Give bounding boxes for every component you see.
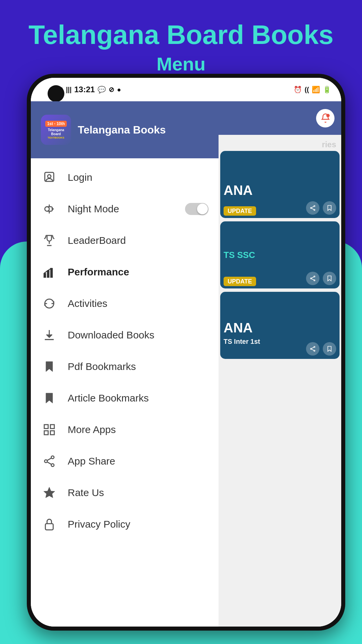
svg-line-23 (312, 208, 314, 209)
menu-item-activities[interactable]: Activities (31, 288, 219, 319)
svg-point-21 (314, 209, 315, 210)
drawer-app-name: Telangana Books (78, 124, 166, 136)
svg-rect-3 (44, 273, 46, 277)
svg-line-28 (312, 279, 314, 280)
card3-text: ANA (224, 320, 253, 335)
card1-badge: UPDATE (224, 206, 256, 216)
person-icon (41, 169, 58, 186)
categories-label: ries (220, 138, 340, 151)
svg-marker-16 (44, 487, 55, 498)
share2-action-icon[interactable] (306, 272, 319, 285)
alarm-icon: ⏰ (294, 86, 302, 94)
svg-line-32 (312, 347, 314, 348)
share-action-icon[interactable] (306, 201, 319, 215)
svg-line-14 (47, 458, 51, 461)
bookmark-icon (41, 358, 58, 375)
svg-point-2 (45, 207, 49, 211)
svg-rect-9 (44, 431, 48, 435)
menu-list: Login (31, 158, 219, 627)
menu-label-privacy-policy: Privacy Policy (68, 519, 208, 530)
signal-bars: ||| (66, 86, 72, 94)
app-logo: 1st - 10th Telangana Board TEXTBOOKS (41, 115, 71, 145)
menu-label-leaderboard: LeaderBoard (68, 235, 208, 246)
svg-rect-7 (44, 425, 48, 429)
svg-point-12 (45, 460, 47, 463)
svg-line-33 (312, 349, 314, 350)
menu-label-more-apps: More Apps (68, 424, 208, 435)
card3-ana-label: ANA (224, 320, 253, 335)
right-panel-content: ries ANA UPDATE (219, 135, 341, 362)
menu-item-app-share[interactable]: App Share (31, 445, 219, 477)
navigation-drawer: 1st - 10th Telangana Board TEXTBOOKS Tel… (31, 101, 219, 627)
card2-actions (306, 272, 336, 285)
menu-item-more-apps[interactable]: More Apps (31, 414, 219, 445)
bookmark2-icon (41, 390, 58, 407)
card-3: ANA TS Inter 1st (220, 292, 340, 359)
drawer-header: 1st - 10th Telangana Board TEXTBOOKS Tel… (31, 101, 219, 158)
night-mode-toggle[interactable] (185, 203, 208, 215)
share3-action-icon[interactable] (306, 342, 319, 356)
svg-point-20 (310, 207, 311, 208)
nfc-icon: (( (305, 86, 309, 94)
card2-badge-area: UPDATE (224, 278, 256, 285)
download-icon (41, 327, 58, 343)
logo-text-line1: Telangana (48, 128, 64, 132)
logo-badge: 1st - 10th (45, 121, 67, 127)
menu-item-login[interactable]: Login (31, 162, 219, 193)
svg-point-24 (314, 276, 315, 277)
menu-item-leaderboard[interactable]: LeaderBoard (31, 225, 219, 256)
svg-point-29 (314, 346, 315, 347)
menu-item-privacy-policy[interactable]: Privacy Policy (31, 508, 219, 540)
chart-icon (41, 264, 58, 280)
apps-icon (41, 421, 58, 438)
menu-label-rate-us: Rate Us (68, 487, 208, 498)
card-2: TS SSC UPDATE (220, 221, 340, 288)
app-content: 1st - 10th Telangana Board TEXTBOOKS Tel… (31, 101, 341, 627)
card2-label: TS SSC (224, 250, 255, 260)
card1-label: ANA (224, 183, 253, 198)
menu-label-app-share: App Share (68, 455, 208, 467)
share-icon (41, 453, 58, 470)
card2-ssc-text: TS SSC (224, 250, 255, 260)
camera-hole (48, 85, 64, 102)
phone-screen: 4G ||| 13:21 💬 ⊘ ● ⏰ (( 📶 🔋 1st (31, 78, 341, 627)
notification-bell-icon[interactable] (316, 109, 335, 127)
card3-inter-label: TS Inter 1st (224, 338, 260, 345)
menu-item-performance[interactable]: Performance (31, 256, 219, 288)
svg-rect-8 (50, 425, 54, 429)
menu-item-rate-us[interactable]: Rate Us (31, 477, 219, 508)
menu-label-downloaded-books: Downloaded Books (68, 329, 208, 341)
svg-point-11 (51, 456, 54, 459)
phone-frame: 4G ||| 13:21 💬 ⊘ ● ⏰ (( 📶 🔋 1st (27, 74, 345, 631)
bookmark-action-icon[interactable] (323, 201, 336, 215)
svg-rect-4 (47, 270, 49, 278)
menu-label-article-bookmarks: Article Bookmarks (68, 392, 208, 404)
menu-label-pdf-bookmarks: Pdf Bookmarks (68, 361, 208, 372)
menu-label-login: Login (68, 172, 208, 183)
star-icon (41, 484, 58, 501)
card1-text: ANA (224, 183, 253, 198)
header-subtitle: Menu (0, 53, 362, 75)
menu-item-night-mode[interactable]: Night Mode (31, 193, 219, 225)
svg-point-31 (314, 350, 315, 351)
night-mode-icon (41, 201, 58, 217)
bookmark3-action-icon[interactable] (323, 342, 336, 356)
svg-point-26 (314, 280, 315, 281)
menu-item-downloaded-books[interactable]: Downloaded Books (31, 319, 219, 351)
card3-actions (306, 342, 336, 356)
card-1: ANA UPDATE (220, 151, 340, 218)
svg-point-13 (51, 464, 54, 467)
menu-item-pdf-bookmarks[interactable]: Pdf Bookmarks (31, 351, 219, 382)
card1-badge-area: UPDATE (224, 208, 256, 215)
logo-text-line3: TEXTBOOKS (48, 136, 64, 139)
trophy-icon (41, 232, 58, 249)
svg-line-22 (312, 206, 314, 207)
svg-point-25 (310, 278, 311, 279)
card3-inter-text: TS Inter 1st (224, 338, 260, 345)
status-bar: 4G ||| 13:21 💬 ⊘ ● ⏰ (( 📶 🔋 (31, 78, 341, 101)
menu-label-performance: Performance (68, 266, 208, 278)
svg-point-30 (310, 348, 311, 349)
bookmark2-action-icon[interactable] (323, 272, 336, 285)
menu-item-article-bookmarks[interactable]: Article Bookmarks (31, 382, 219, 414)
wifi-icon: 📶 (312, 86, 320, 94)
